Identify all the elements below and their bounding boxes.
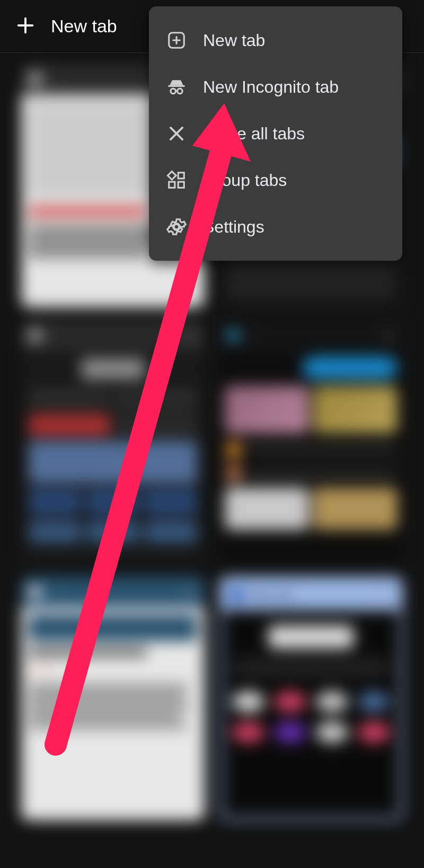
plus-square-icon xyxy=(166,30,187,51)
svg-rect-13 xyxy=(169,182,175,188)
svg-rect-5 xyxy=(168,85,185,87)
svg-point-7 xyxy=(178,88,183,94)
menu-item-label: New tab xyxy=(203,31,265,50)
menu-item-new-incognito-tab[interactable]: New Incognito tab xyxy=(149,64,402,110)
svg-rect-12 xyxy=(178,173,184,179)
menu-item-group-tabs[interactable]: Group tabs xyxy=(149,157,402,203)
new-tab-button[interactable]: New tab xyxy=(51,16,117,37)
menu-item-label: Close all tabs xyxy=(203,124,305,144)
menu-item-close-all-tabs[interactable]: Close all tabs xyxy=(149,110,402,157)
menu-item-settings[interactable]: Settings xyxy=(149,203,402,250)
close-icon xyxy=(166,123,187,144)
gear-icon xyxy=(166,216,187,237)
grid-icon xyxy=(166,170,187,191)
svg-rect-14 xyxy=(178,182,184,188)
plus-icon[interactable] xyxy=(15,15,36,38)
incognito-icon xyxy=(166,76,187,98)
svg-point-15 xyxy=(174,224,179,229)
menu-item-label: New Incognito tab xyxy=(203,77,339,97)
overflow-menu: New tab New Incognito tab Close all tabs xyxy=(149,6,402,261)
menu-item-label: Group tabs xyxy=(203,171,287,190)
menu-item-new-tab[interactable]: New tab xyxy=(149,17,402,64)
svg-point-6 xyxy=(171,88,176,94)
menu-item-label: Settings xyxy=(203,217,264,237)
svg-rect-11 xyxy=(167,171,176,180)
